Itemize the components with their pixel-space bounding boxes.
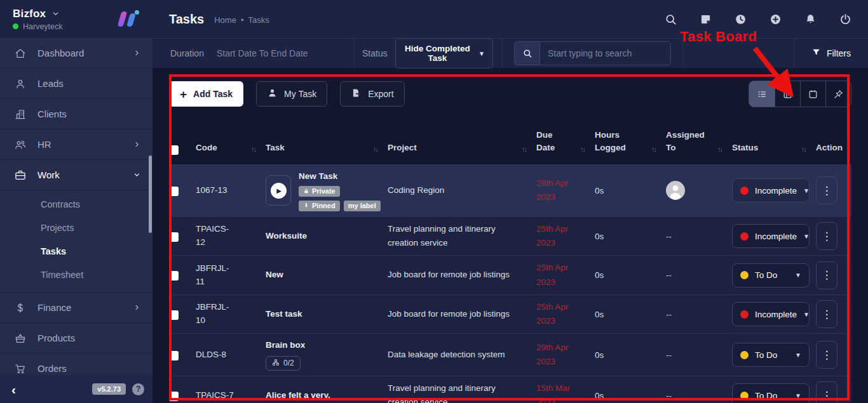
duration-label: Duration: [170, 48, 204, 58]
sort-icon[interactable]: ↑↓: [799, 144, 806, 155]
my-task-label: My Task: [284, 89, 316, 99]
row-actions-button[interactable]: ⋮: [816, 300, 837, 328]
topbar-search-button[interactable]: [664, 12, 678, 26]
column-header-status[interactable]: Status↑↓: [732, 142, 816, 154]
status-dot: [740, 232, 749, 241]
column-header-project[interactable]: Project↑↓: [388, 142, 536, 154]
sort-icon[interactable]: ↑↓: [519, 144, 526, 155]
topbar-bell-button[interactable]: [804, 12, 818, 26]
sidebar-subitem-projects[interactable]: Projects: [0, 216, 153, 239]
row-actions-button[interactable]: ⋮: [816, 341, 837, 369]
sidebar-item-orders[interactable]: Orders: [0, 353, 153, 375]
column-header-task[interactable]: Task↑↓: [266, 142, 388, 154]
row-actions-button[interactable]: ⋮: [816, 176, 837, 204]
column-header-assigned-to[interactable]: Assigned To↑↓: [666, 129, 732, 155]
search-input[interactable]: [539, 41, 671, 65]
badge-my-label: my label: [344, 201, 381, 211]
task-title[interactable]: Test task: [266, 308, 302, 320]
status-dropdown[interactable]: To Do▼: [732, 263, 810, 287]
table-header: Code↑↓Task↑↓Project↑↓Due Date↑↓Hours Log…: [169, 115, 851, 165]
badge-label: Pinned: [312, 202, 336, 209]
brand-logo-icon: [117, 10, 140, 29]
status-dot: [740, 187, 749, 195]
badge-private: Private: [299, 186, 340, 197]
topbar-plus-circle-button[interactable]: [769, 12, 783, 26]
sort-icon[interactable]: ↑↓: [248, 144, 255, 155]
sidebar-nav: DashboardLeadsClientsHRWorkContractsProj…: [0, 38, 153, 375]
sidebar-subitem-tasks[interactable]: Tasks: [0, 239, 153, 263]
badge-label: Private: [312, 188, 336, 195]
sort-icon[interactable]: ↑↓: [370, 144, 377, 155]
status-filter-dropdown[interactable]: Hide Completed Task ▼: [395, 38, 493, 69]
add-task-button[interactable]: + Add Task: [169, 81, 243, 107]
column-header-hours-logged[interactable]: Hours Logged↑↓: [595, 129, 666, 155]
topbar: Tasks Home • Tasks: [153, 0, 868, 38]
task-title[interactable]: Worksuite: [266, 230, 307, 242]
tasks-table: Code↑↓Task↑↓Project↑↓Due Date↑↓Hours Log…: [169, 115, 851, 403]
duration-range-picker[interactable]: Start Date To End Date: [217, 48, 308, 58]
task-title[interactable]: Brain box: [266, 339, 305, 352]
row-checkbox[interactable]: [169, 392, 179, 401]
badge-label: my label: [348, 202, 376, 209]
status-dropdown[interactable]: Incomplete▼: [732, 178, 810, 202]
sidebar-scrollbar[interactable]: [149, 155, 152, 233]
dollar-icon: [14, 301, 27, 314]
column-label: Code: [196, 142, 217, 154]
task-code: 1067-13: [196, 184, 266, 197]
status-dropdown[interactable]: Incomplete▼: [732, 224, 810, 248]
export-label: Export: [368, 89, 393, 99]
sidebar-item-work[interactable]: Work: [0, 160, 153, 190]
sidebar-item-finance[interactable]: Finance: [0, 293, 153, 323]
row-actions-button[interactable]: ⋮: [816, 222, 837, 250]
sidebar-item-hr[interactable]: HR: [0, 129, 153, 160]
topbar-power-button[interactable]: [839, 12, 853, 26]
chevron-right-icon: [133, 140, 141, 149]
subtask-count-chip[interactable]: 0/2: [266, 356, 301, 371]
start-timer-button[interactable]: ▶: [266, 175, 291, 206]
calendar-view-button[interactable]: [800, 81, 825, 107]
task-title[interactable]: New: [266, 268, 283, 281]
sort-icon[interactable]: ↑↓: [578, 144, 585, 155]
filters-button[interactable]: Filters: [794, 39, 868, 68]
task-title[interactable]: New Task: [299, 170, 381, 183]
task-due-date: 28th Apr 2023: [536, 176, 595, 205]
row-actions-button[interactable]: ⋮: [816, 261, 837, 289]
sidebar-item-clients[interactable]: Clients: [0, 99, 153, 129]
my-task-button[interactable]: My Task: [256, 81, 327, 107]
sidebar-collapse-button[interactable]: ‹: [11, 383, 86, 396]
column-header-due-date[interactable]: Due Date↑↓: [536, 129, 595, 155]
row-checkbox[interactable]: [169, 232, 179, 242]
row-checkbox[interactable]: [169, 271, 179, 281]
status-dropdown[interactable]: To Do▼: [732, 383, 810, 403]
help-button[interactable]: ?: [132, 383, 144, 395]
export-button[interactable]: Export: [340, 81, 404, 107]
task-title[interactable]: Alice felt a very.: [266, 389, 330, 402]
sidebar-subitem-contracts[interactable]: Contracts: [0, 192, 153, 216]
workspace-status-dot: [13, 23, 18, 29]
sort-icon[interactable]: ↑↓: [649, 144, 656, 155]
row-checkbox[interactable]: [169, 351, 179, 360]
sidebar-item-products[interactable]: Products: [0, 323, 153, 353]
column-header-code[interactable]: Code↑↓: [196, 142, 266, 154]
select-all-checkbox[interactable]: [169, 145, 179, 155]
sort-icon[interactable]: ↑↓: [715, 144, 722, 155]
topbar-clock-button[interactable]: [734, 12, 748, 26]
row-checkbox[interactable]: [169, 310, 179, 320]
topbar-note-button[interactable]: [699, 12, 713, 26]
row-checkbox[interactable]: [169, 187, 179, 196]
breadcrumb-home[interactable]: Home: [214, 15, 236, 25]
sidebar-subitem-timesheet[interactable]: Timesheet: [0, 263, 153, 286]
sidebar-item-dashboard[interactable]: Dashboard: [0, 38, 153, 69]
assignee-empty: --: [666, 232, 672, 241]
status-dropdown[interactable]: Incomplete▼: [732, 302, 810, 326]
sidebar-item-label: HR: [37, 139, 122, 150]
sidebar-item-leads[interactable]: Leads: [0, 69, 153, 99]
list-view-button[interactable]: [749, 81, 775, 107]
breadcrumb: Home • Tasks: [214, 13, 269, 25]
pinned-view-button[interactable]: [825, 81, 851, 107]
board-view-button[interactable]: [775, 81, 800, 107]
workspace-switcher[interactable]: Bizfox: [13, 8, 63, 20]
status-dropdown[interactable]: To Do▼: [732, 343, 810, 367]
status-label: To Do: [755, 270, 777, 280]
row-actions-button[interactable]: ⋮: [816, 381, 837, 403]
